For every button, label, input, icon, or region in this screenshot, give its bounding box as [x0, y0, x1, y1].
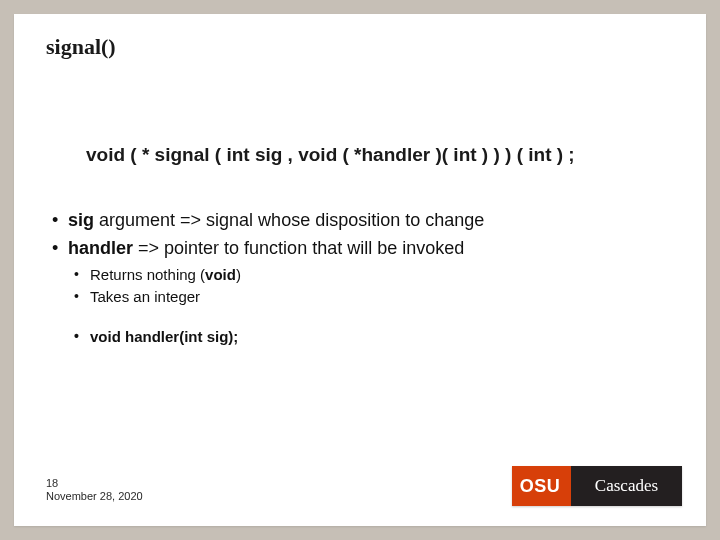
bullet-handler: handler => pointer to function that will…: [48, 236, 668, 260]
bullet-list: sig argument => signal whose disposition…: [48, 208, 668, 349]
sub-returns-b: void: [205, 266, 236, 283]
function-prototype: void ( * signal ( int sig , void ( *hand…: [86, 144, 575, 166]
sub-bullet-takes-int: Takes an integer: [70, 287, 668, 307]
slide-number: 18: [46, 477, 143, 491]
bullet-sig-bold: sig: [68, 210, 94, 230]
bullet-handler-text: => pointer to function that will be invo…: [133, 238, 464, 258]
slide-date: November 28, 2020: [46, 490, 143, 504]
slide: signal() void ( * signal ( int sig , voi…: [14, 14, 706, 526]
sub-returns-a: Returns nothing (: [90, 266, 205, 283]
page-title: signal(): [46, 34, 116, 60]
logo-osu-block: OSU: [512, 466, 568, 506]
sub-returns-c: ): [236, 266, 241, 283]
slide-footer: 18 November 28, 2020: [46, 477, 143, 505]
sub-bullet-returns: Returns nothing (void): [70, 265, 668, 285]
osu-cascades-logo: OSU Cascades: [512, 466, 682, 506]
bullet-sig-text: argument => signal whose disposition to …: [94, 210, 484, 230]
sub-bullet-handler-proto: void handler(int sig);: [70, 327, 668, 347]
bullet-sig: sig argument => signal whose disposition…: [48, 208, 668, 232]
logo-cascades-block: Cascades: [568, 466, 682, 506]
bullet-handler-bold: handler: [68, 238, 133, 258]
